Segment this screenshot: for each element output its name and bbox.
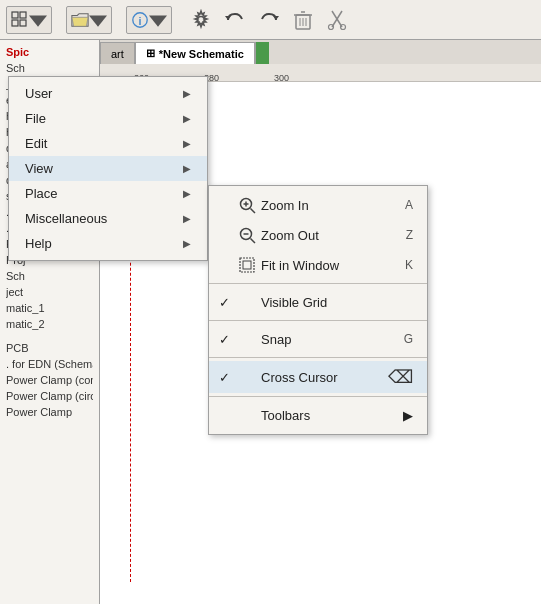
folder-dropdown-icon	[89, 11, 107, 29]
submenu-separator	[209, 396, 427, 397]
submenu-arrow-icon: ▶	[183, 238, 191, 249]
delete-button[interactable]	[288, 6, 318, 34]
svg-rect-1	[20, 12, 26, 18]
undo-button[interactable]	[220, 6, 250, 34]
svg-rect-30	[243, 261, 251, 269]
grid-vis-icon	[237, 292, 257, 312]
grid-menu-button[interactable]	[6, 6, 52, 34]
redo-icon	[258, 9, 280, 31]
tab-art[interactable]: art	[100, 42, 135, 64]
zoom-in-icon	[237, 195, 257, 215]
main-menu: User ▶ File ▶ Edit ▶ View ▶ Place ▶ Misc…	[8, 76, 208, 261]
info-icon: i	[131, 11, 149, 29]
delete-icon	[292, 9, 314, 31]
tab-bar: art ⊞ *New Schematic	[100, 40, 541, 64]
svg-rect-29	[240, 258, 254, 272]
fit-window-icon	[237, 255, 257, 275]
svg-rect-0	[12, 12, 18, 18]
check-mark-icon: ✓	[219, 332, 235, 347]
info-button[interactable]: i	[126, 6, 172, 34]
left-panel-item: ject	[6, 284, 93, 300]
left-panel-item: Power Clamp (circuit)	[6, 388, 93, 404]
submenu-separator	[209, 283, 427, 284]
svg-text:i: i	[139, 14, 142, 26]
left-panel-item: PCB	[6, 340, 93, 356]
gear-icon	[190, 9, 212, 31]
submenu-arrow-icon: ▶	[183, 88, 191, 99]
zoom-out-icon	[237, 225, 257, 245]
menu-item-help[interactable]: Help ▶	[9, 231, 207, 256]
undo-icon	[224, 9, 246, 31]
tab-green-indicator	[255, 42, 269, 64]
submenu-item-toolbars[interactable]: Toolbars ▶	[209, 400, 427, 430]
left-panel-item: matic_1	[6, 300, 93, 316]
svg-rect-3	[20, 20, 26, 26]
content-area: Spic Sch _Sp eme hbri hbrid dimn amp dim…	[0, 40, 541, 604]
left-panel-item: Power Clamp (connectors)	[6, 372, 93, 388]
schematic-icon: ⊞	[146, 47, 155, 60]
folder-icon	[71, 11, 89, 29]
cut-icon	[326, 9, 348, 31]
submenu-item-snap[interactable]: ✓ Snap G	[209, 324, 427, 354]
menu-item-place[interactable]: Place ▶	[9, 181, 207, 206]
svg-marker-8	[149, 15, 167, 26]
svg-marker-5	[89, 15, 107, 26]
svg-marker-4	[29, 15, 47, 26]
left-panel-item: matic_2	[6, 316, 93, 332]
menu-item-user[interactable]: User ▶	[9, 81, 207, 106]
left-panel-item: Power Clamp	[6, 404, 93, 420]
view-submenu: Zoom In A Zoom Out Z	[208, 185, 428, 435]
submenu-item-cross-cursor[interactable]: ✓ Cross Cursor ⌫	[209, 361, 427, 393]
grid-icon	[11, 11, 29, 29]
info-dropdown-icon	[149, 11, 167, 29]
left-panel-item: Sch	[6, 268, 93, 284]
settings-button[interactable]	[186, 6, 216, 34]
submenu-item-zoom-out[interactable]: Zoom Out Z	[209, 220, 427, 250]
submenu-item-fit-window[interactable]: Fit in Window K	[209, 250, 427, 280]
cross-cursor-icon	[237, 367, 257, 387]
menu-item-edit[interactable]: Edit ▶	[9, 131, 207, 156]
left-panel-item: . for EDN (Schematic and P	[6, 356, 93, 372]
menu-item-miscellaneous[interactable]: Miscellaneous ▶	[9, 206, 207, 231]
check-mark-icon: ✓	[219, 370, 235, 385]
submenu-item-zoom-in[interactable]: Zoom In A	[209, 190, 427, 220]
submenu-separator	[209, 320, 427, 321]
menu-item-file[interactable]: File ▶	[9, 106, 207, 131]
cut-button[interactable]	[322, 6, 352, 34]
check-mark-icon: ✓	[219, 295, 235, 310]
submenu-arrow-icon: ▶	[183, 113, 191, 124]
tab-new-schematic[interactable]: ⊞ *New Schematic	[135, 42, 255, 64]
pointer-cursor-icon: ⌫	[388, 366, 413, 388]
main-toolbar: i	[0, 0, 541, 40]
svg-rect-2	[12, 20, 18, 26]
svg-marker-10	[225, 16, 231, 20]
open-folder-button[interactable]	[66, 6, 112, 34]
left-panel-item: Sch	[6, 60, 93, 76]
toolbars-icon	[237, 405, 257, 425]
submenu-arrow-icon: ▶	[403, 408, 413, 423]
ruler-mark-300: 300	[274, 73, 289, 83]
svg-line-27	[251, 239, 256, 244]
submenu-item-visible-grid[interactable]: ✓ Visible Grid	[209, 287, 427, 317]
menu-item-view[interactable]: View ▶	[9, 156, 207, 181]
submenu-arrow-icon: ▶	[183, 188, 191, 199]
svg-line-23	[251, 209, 256, 214]
dropdown-arrow-icon	[29, 11, 47, 29]
submenu-arrow-icon: ▶	[183, 163, 191, 174]
left-panel-item: Spic	[6, 44, 93, 60]
submenu-separator	[209, 357, 427, 358]
submenu-arrow-icon: ▶	[183, 138, 191, 149]
svg-marker-11	[273, 16, 279, 20]
submenu-arrow-icon: ▶	[183, 213, 191, 224]
snap-icon	[237, 329, 257, 349]
redo-button[interactable]	[254, 6, 284, 34]
